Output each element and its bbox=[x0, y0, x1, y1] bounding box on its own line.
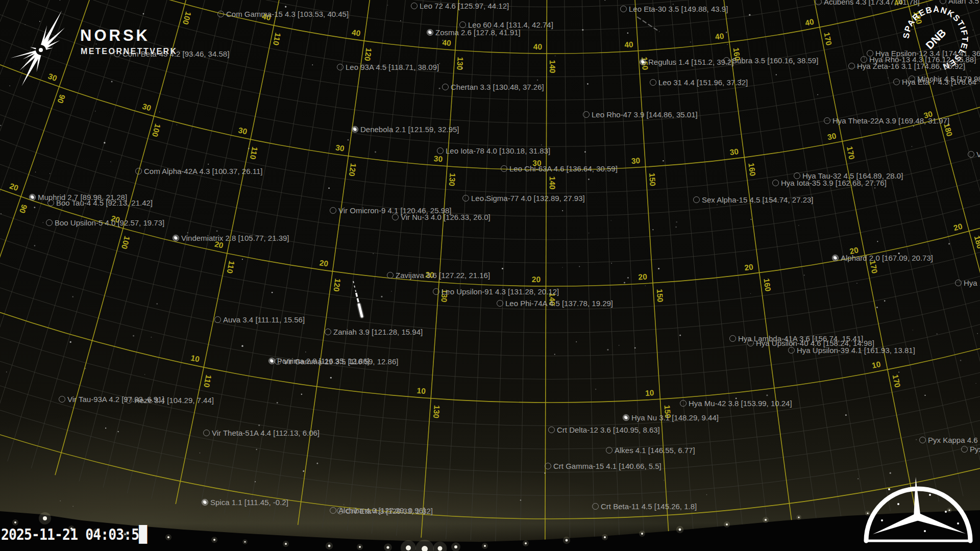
grid-meridian-minor bbox=[904, 0, 980, 472]
distant-light bbox=[679, 529, 681, 531]
grid-altitude-label: 20 bbox=[214, 239, 224, 249]
grid-meridian-minor bbox=[787, 0, 891, 511]
background-star bbox=[792, 343, 794, 345]
background-star bbox=[50, 173, 51, 174]
background-star bbox=[658, 268, 659, 269]
grid-azimuth-label: 110 bbox=[249, 146, 260, 160]
grid-azimuth-label: 170 bbox=[822, 32, 834, 46]
grid-azimuth-label: 120 bbox=[348, 163, 358, 177]
background-star bbox=[256, 449, 257, 450]
grid-altitude-label: 40 bbox=[173, 0, 183, 1]
background-star bbox=[877, 241, 878, 242]
background-star bbox=[776, 74, 777, 75]
background-star bbox=[624, 282, 625, 284]
grid-altitude-label: 40 bbox=[351, 28, 361, 38]
background-star bbox=[555, 55, 556, 56]
sponsor-logo: SPAREBANKSTIFTELSEN DNB bbox=[901, 5, 970, 72]
bright-star bbox=[175, 237, 177, 239]
grid-meridian-minor bbox=[970, 0, 980, 442]
distant-light bbox=[213, 539, 215, 541]
background-star bbox=[611, 263, 612, 264]
background-star bbox=[537, 80, 538, 81]
grid-azimuth-label: 120 bbox=[363, 47, 373, 62]
grid-altitude-label: 10 bbox=[645, 388, 654, 397]
grid-altitude-label: 30 bbox=[923, 109, 934, 120]
background-star bbox=[664, 480, 665, 481]
grid-altitude-label: 40 bbox=[893, 0, 904, 8]
grid-altitude-label: 30 bbox=[729, 147, 739, 157]
grid-azimuth-label: 160 bbox=[731, 47, 742, 61]
distant-light bbox=[525, 542, 527, 544]
background-star bbox=[975, 383, 976, 384]
background-star bbox=[485, 199, 486, 201]
background-star bbox=[144, 374, 145, 375]
background-star bbox=[176, 124, 177, 126]
bright-star bbox=[642, 61, 644, 63]
background-star bbox=[72, 506, 74, 507]
background-star bbox=[117, 431, 119, 433]
grid-azimuth-label: 170 bbox=[868, 260, 879, 274]
background-star bbox=[717, 205, 717, 205]
distant-light bbox=[406, 545, 411, 550]
background-star bbox=[248, 147, 250, 149]
grid-altitude-label: 30 bbox=[335, 143, 345, 153]
background-star bbox=[627, 33, 629, 34]
grid-altitude-label: 30 bbox=[237, 126, 248, 136]
grid-azimuth-label: 110 bbox=[272, 32, 283, 46]
allsky-camera-frame: 4010040110401204013040140401504016040170… bbox=[0, 0, 980, 551]
background-star bbox=[970, 70, 971, 71]
background-star bbox=[913, 330, 913, 330]
distant-light bbox=[285, 543, 287, 545]
background-star bbox=[344, 504, 344, 505]
background-star bbox=[562, 210, 563, 211]
background-star bbox=[634, 347, 635, 348]
background-star bbox=[6, 371, 7, 372]
grid-meridian-minor bbox=[496, 0, 512, 541]
grid-altitude-label: 40 bbox=[442, 38, 451, 47]
background-star bbox=[272, 292, 273, 293]
grid-azimuth-label: 140 bbox=[548, 60, 557, 73]
background-star bbox=[439, 63, 440, 64]
background-star bbox=[554, 354, 555, 355]
distant-light bbox=[765, 519, 767, 521]
background-star bbox=[301, 394, 303, 395]
background-star bbox=[156, 303, 157, 304]
background-star bbox=[375, 151, 376, 153]
background-star bbox=[663, 160, 664, 161]
background-star bbox=[884, 300, 886, 302]
background-star bbox=[391, 291, 392, 292]
background-star bbox=[876, 307, 878, 308]
distant-light bbox=[484, 545, 486, 547]
grid-altitude-label: 20 bbox=[8, 181, 19, 192]
grid-azimuth-label: 120 bbox=[332, 278, 342, 292]
distant-light bbox=[43, 516, 47, 520]
background-star bbox=[898, 253, 900, 254]
grid-azimuth-label: 110 bbox=[202, 374, 213, 388]
background-star bbox=[960, 360, 962, 361]
background-star bbox=[977, 333, 978, 334]
background-star bbox=[749, 14, 750, 16]
background-star bbox=[60, 0, 60, 1]
grid-azimuth-label: 100 bbox=[120, 235, 132, 250]
grid-meridian-minor bbox=[650, 0, 694, 537]
background-star bbox=[255, 481, 256, 482]
background-star bbox=[85, 368, 86, 369]
background-star bbox=[328, 187, 330, 189]
background-star bbox=[381, 296, 382, 297]
grid-meridian-minor bbox=[753, 0, 841, 519]
grid-meridian-major bbox=[633, 0, 669, 538]
background-star bbox=[200, 453, 200, 453]
background-star bbox=[690, 41, 692, 43]
horizon-silhouette bbox=[0, 510, 980, 551]
meteor-trail bbox=[353, 17, 659, 316]
background-star bbox=[845, 414, 847, 416]
distant-light bbox=[726, 523, 728, 525]
background-star bbox=[541, 144, 542, 145]
background-star bbox=[856, 283, 857, 284]
grid-meridian-major bbox=[176, 0, 290, 504]
grid-azimuth-label: 160 bbox=[747, 162, 757, 177]
grid-meridian-minor bbox=[581, 0, 595, 542]
grid-meridian-minor bbox=[471, 0, 495, 540]
background-star bbox=[814, 338, 816, 340]
background-star bbox=[727, 44, 728, 45]
